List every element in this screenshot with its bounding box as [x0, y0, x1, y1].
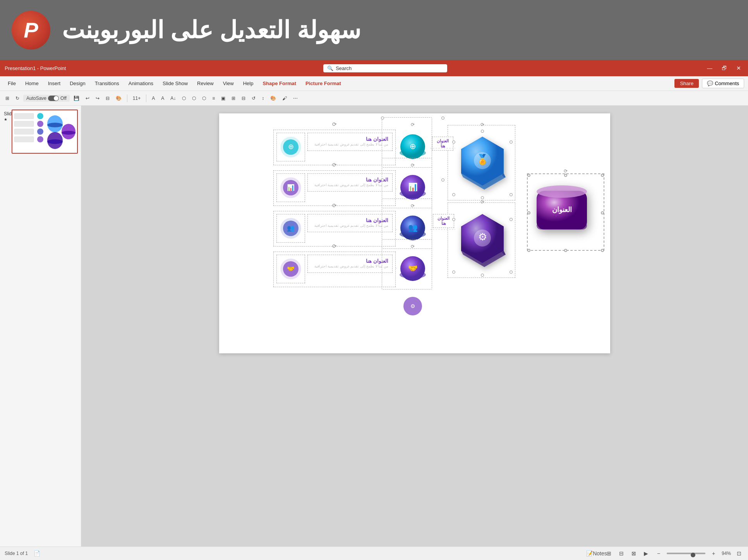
search-text[interactable]: Search: [336, 65, 352, 71]
comments-button[interactable]: 💬 Comments: [702, 79, 744, 88]
toolbar-more[interactable]: ⋯: [291, 95, 300, 102]
mid-rotate-1[interactable]: ⟳: [411, 122, 415, 127]
slide-canvas[interactable]: ⟳ العنوان هنا من منا لا يطمح إلى تقديم ع…: [219, 113, 610, 353]
info-item-2: ⟳ العنوان هنا من منا لا يطمح إلى تقديم ع…: [276, 173, 393, 202]
menu-transitions[interactable]: Transitions: [91, 79, 123, 88]
info-title-2: العنوان هنا: [312, 177, 388, 183]
mid-icon-4[interactable]: ⟳ 🤝: [397, 255, 428, 287]
svg-text:⚙: ⚙: [410, 303, 415, 309]
zoom-minus-button[interactable]: −: [654, 550, 663, 557]
menu-share-area: Share 💬 Comments: [674, 79, 744, 88]
restore-button[interactable]: 🗗: [719, 64, 729, 72]
toolbar-text-a-smaller[interactable]: A↓: [168, 95, 178, 102]
svg-text:🤝: 🤝: [287, 265, 295, 272]
info-item-3: ⟳ العنوان هنا من منا لا يطمح إلى تقديم ع…: [276, 214, 393, 243]
toolbar-color[interactable]: 🎨: [268, 95, 278, 102]
normal-view-button[interactable]: ⊞: [605, 550, 613, 557]
float-rotate[interactable]: ⟳: [564, 168, 568, 174]
toolbar: ⊞ ↻ AutoSave Off 💾 ↩ ↪ ⊟ 🎨 11+ A A A↓ ⬡ …: [0, 91, 748, 106]
menu-shape-format[interactable]: Shape Format: [259, 79, 300, 88]
slide-thumbnail[interactable]: [12, 110, 78, 154]
toolbar-format-controls[interactable]: ⊞: [3, 95, 12, 102]
toolbar-rotate[interactable]: ↺: [249, 95, 258, 102]
fit-slide-button[interactable]: ⊡: [735, 550, 743, 557]
menu-design[interactable]: Design: [66, 79, 89, 88]
right-rotate-2[interactable]: ⟳: [480, 199, 484, 205]
notes-icon: 📄: [33, 550, 41, 557]
menu-help[interactable]: Help: [239, 79, 257, 88]
menu-slideshow[interactable]: Slide Show: [159, 79, 192, 88]
font-size-input[interactable]: 11+: [130, 95, 143, 102]
svg-point-9: [47, 123, 63, 127]
right-label-2: العنوان هنا: [433, 214, 454, 228]
toolbar-list[interactable]: ≡: [210, 95, 217, 102]
zoom-slider[interactable]: [667, 553, 705, 554]
reading-view-button[interactable]: ⊠: [630, 550, 638, 557]
canvas-area[interactable]: ⟳ العنوان هنا من منا لا يطمح إلى تقديم ع…: [81, 106, 748, 546]
toolbar-undo[interactable]: ↩: [83, 95, 92, 102]
zoom-plus-button[interactable]: +: [709, 550, 718, 557]
slide-sorter-button[interactable]: ⊟: [617, 550, 626, 557]
toolbar-shapes3[interactable]: ⬡: [200, 95, 208, 102]
title-bar: Presentation1 - PowerPoint 🔍 Search — 🗗 …: [0, 60, 748, 76]
toolbar-shapes[interactable]: ⬡: [180, 95, 188, 102]
notes-button[interactable]: 📝 Notes: [592, 550, 601, 557]
rotate-handle-3[interactable]: ⟳: [332, 202, 337, 209]
svg-text:⚙: ⚙: [478, 231, 487, 243]
toolbar-redo[interactable]: ↪: [93, 95, 102, 102]
toolbar-align[interactable]: ⊞: [229, 95, 238, 102]
svg-point-52: [537, 185, 587, 198]
slideshow-button[interactable]: ▶: [642, 550, 650, 557]
svg-rect-6: [14, 137, 34, 142]
autosave-toggle[interactable]: AutoSave Off: [23, 95, 70, 102]
toolbar-fill[interactable]: 🖌: [280, 95, 289, 102]
minimize-button[interactable]: —: [705, 64, 715, 72]
mid-rotate-2[interactable]: ⟳: [411, 163, 415, 168]
menu-picture-format[interactable]: Picture Format: [302, 79, 345, 88]
slide-star: ★: [4, 117, 7, 122]
toolbar-shapes2[interactable]: ⬡: [190, 95, 198, 102]
menu-view[interactable]: View: [219, 79, 238, 88]
info-title-4: العنوان هنا: [312, 258, 388, 264]
status-right: 📝 Notes ⊞ ⊟ ⊠ ▶ − + 94% ⊡: [592, 550, 743, 557]
toolbar-flip[interactable]: ↕: [259, 95, 266, 102]
rotate-handle-4[interactable]: ⟳: [332, 243, 337, 249]
close-button[interactable]: ✕: [734, 64, 743, 72]
search-icon: 🔍: [327, 65, 333, 71]
svg-rect-2: [14, 121, 34, 127]
svg-text:⊕: ⊕: [288, 143, 294, 151]
right-rotate-1[interactable]: ⟳: [480, 122, 484, 127]
svg-point-1: [37, 113, 43, 119]
svg-text:👥: 👥: [287, 224, 295, 232]
menu-file[interactable]: File: [4, 79, 20, 88]
toolbar-save[interactable]: 💾: [71, 95, 82, 102]
right-hex-blue[interactable]: ⟳ العنوان هنا: [455, 133, 510, 196]
toolbar-arrange[interactable]: ↻: [13, 95, 22, 102]
svg-rect-51: [537, 222, 587, 229]
info-desc-1: من منا لا يطمح إلى تقديم عروض تقديمية اح…: [312, 142, 388, 147]
menu-home[interactable]: Home: [21, 79, 43, 88]
rotate-handle-2[interactable]: ⟳: [332, 162, 337, 168]
toolbar-text-a[interactable]: A: [149, 95, 157, 102]
toolbar-distribute[interactable]: ⊟: [239, 95, 248, 102]
menu-animations[interactable]: Animations: [125, 79, 157, 88]
toolbar-sep-1: [127, 94, 127, 102]
toolbar-theme[interactable]: 🎨: [113, 95, 124, 102]
svg-text:📊: 📊: [287, 184, 295, 191]
mid-rotate-4[interactable]: ⟳: [411, 244, 415, 249]
right-hex-purple[interactable]: ⟳ العنوان هنا: [455, 210, 510, 274]
toolbar-group[interactable]: ▣: [219, 95, 228, 102]
slide-info: Slide 1 of 1: [5, 551, 28, 556]
menu-review[interactable]: Review: [193, 79, 218, 88]
toolbar-view[interactable]: ⊟: [103, 95, 112, 102]
search-box[interactable]: 🔍 Search: [323, 64, 447, 72]
logo-letter: P: [24, 17, 38, 43]
toolbar-text-a-large[interactable]: A: [159, 95, 166, 102]
mid-icon-5[interactable]: ⚙: [402, 295, 424, 319]
menu-insert[interactable]: Insert: [44, 79, 65, 88]
rotate-handle-1[interactable]: ⟳: [332, 121, 337, 127]
autosave-pill[interactable]: [48, 96, 59, 101]
floating-purple-shape[interactable]: ⟳ الع: [533, 179, 599, 247]
share-button[interactable]: Share: [674, 79, 699, 88]
mid-rotate-3[interactable]: ⟳: [411, 203, 415, 209]
